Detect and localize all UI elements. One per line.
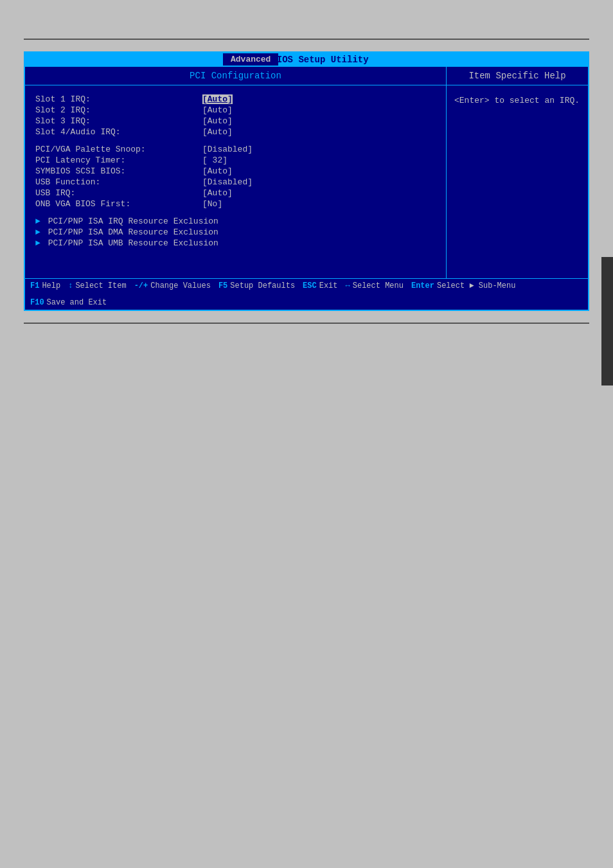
- setting-label: ONB VGA BIOS First:: [35, 199, 202, 209]
- footer-desc-select-menu: Select Menu: [353, 281, 404, 290]
- submenu-arrow-icon: ►: [35, 238, 40, 248]
- footer-desc-change-values: Change Values: [150, 281, 211, 290]
- group-spacer: [35, 138, 436, 145]
- help-panel: <Enter> to select an IRQ.: [447, 85, 588, 278]
- footer-key-f1[interactable]: F1: [30, 281, 39, 290]
- footer-key-f5[interactable]: F5: [218, 281, 227, 290]
- footer-key-esc[interactable]: ESC: [303, 281, 317, 290]
- help-title: Item Specific Help: [447, 67, 588, 85]
- group-spacer: [35, 210, 436, 217]
- footer-change-values: -/+ Change Values: [134, 281, 211, 290]
- setting-value[interactable]: [Auto]: [202, 116, 233, 126]
- setting-label: Slot 1 IRQ:: [35, 94, 202, 104]
- submenu-label: PCI/PNP ISA DMA Resource Exclusion: [48, 227, 218, 237]
- footer-desc-enter: Select ► Sub-Menu: [437, 281, 515, 290]
- footer-desc-f1: Help: [42, 281, 60, 290]
- footer-key-plusminus: -/+: [134, 281, 148, 290]
- setting-row: Slot 4/Audio IRQ: [Auto]: [35, 127, 436, 137]
- setting-label: SYMBIOS SCSI BIOS:: [35, 166, 202, 176]
- footer-desc-f5: Setup Defaults: [230, 281, 295, 290]
- footer-select-item: ↕ Select Item: [68, 281, 126, 290]
- setting-label: USB Function:: [35, 177, 202, 187]
- footer-key-enter: Enter: [411, 281, 434, 290]
- content-area: Slot 1 IRQ: [Auto] Slot 2 IRQ: [Auto] Sl…: [25, 85, 588, 278]
- footer-f10: F10 Save and Exit: [30, 298, 107, 307]
- right-sidebar: [601, 257, 613, 385]
- footer-key-arrows: ↕: [68, 281, 73, 290]
- help-text: <Enter> to select an IRQ.: [454, 96, 580, 105]
- setting-value[interactable]: [No]: [202, 199, 222, 209]
- setting-label: PCI Latency Timer:: [35, 155, 202, 165]
- setting-row: USB IRQ: [Auto]: [35, 188, 436, 198]
- setting-row: Slot 3 IRQ: [Auto]: [35, 116, 436, 126]
- setting-label: Slot 4/Audio IRQ:: [35, 127, 202, 137]
- setting-value[interactable]: [Auto]: [202, 105, 233, 115]
- setting-value[interactable]: [Auto]: [202, 188, 233, 198]
- submenu-label: PCI/PNP ISA UMB Resource Exclusion: [48, 238, 218, 248]
- title-bar: AwardBIOS Setup Utility Advanced: [25, 53, 588, 67]
- footer-desc-select-item: Select Item: [75, 281, 126, 290]
- footer-enter: Enter Select ► Sub-Menu: [411, 281, 515, 290]
- submenu-item[interactable]: ► PCI/PNP ISA UMB Resource Exclusion: [35, 238, 436, 248]
- setting-value[interactable]: [Auto]: [202, 127, 233, 137]
- setting-value[interactable]: [ 32]: [202, 155, 227, 165]
- footer-desc-esc: Exit: [319, 281, 338, 290]
- setting-label: Slot 3 IRQ:: [35, 116, 202, 126]
- page-wrapper: AwardBIOS Setup Utility Advanced PCI Con…: [24, 39, 589, 324]
- setting-row: ONB VGA BIOS First: [No]: [35, 199, 436, 209]
- setting-row: Slot 2 IRQ: [Auto]: [35, 105, 436, 115]
- setting-label: USB IRQ:: [35, 188, 202, 198]
- footer-f5: F5 Setup Defaults: [218, 281, 295, 290]
- footer-key-lr-arrows: ↔: [346, 281, 350, 290]
- setting-value[interactable]: [Auto]: [202, 166, 233, 176]
- setting-label: Slot 2 IRQ:: [35, 105, 202, 115]
- footer-f1: F1 Help: [30, 281, 60, 290]
- header-row: PCI Configuration Item Specific Help: [25, 67, 588, 85]
- setting-label: PCI/VGA Palette Snoop:: [35, 145, 202, 154]
- submenu-item[interactable]: ► PCI/PNP ISA IRQ Resource Exclusion: [35, 217, 436, 226]
- submenu-arrow-icon: ►: [35, 217, 40, 226]
- main-panel: Slot 1 IRQ: [Auto] Slot 2 IRQ: [Auto] Sl…: [25, 85, 447, 278]
- footer-select-menu: ↔ Select Menu: [346, 281, 404, 290]
- setting-value[interactable]: [Disabled]: [202, 145, 253, 154]
- submenu-arrow-icon: ►: [35, 227, 40, 237]
- bios-box: AwardBIOS Setup Utility Advanced PCI Con…: [24, 51, 589, 311]
- top-rule: [24, 39, 589, 40]
- footer-bar: F1 Help ↕ Select Item -/+ Change Values …: [25, 278, 588, 310]
- setting-row: Slot 1 IRQ: [Auto]: [35, 94, 436, 104]
- bottom-rule: [24, 323, 589, 324]
- setting-value[interactable]: [Auto]: [202, 94, 233, 104]
- footer-desc-f10: Save and Exit: [47, 298, 107, 307]
- tab-advanced[interactable]: Advanced: [223, 53, 278, 66]
- footer-key-f10[interactable]: F10: [30, 298, 44, 307]
- footer-esc: ESC Exit: [303, 281, 337, 290]
- setting-row: SYMBIOS SCSI BIOS: [Auto]: [35, 166, 436, 176]
- setting-row: PCI/VGA Palette Snoop: [Disabled]: [35, 145, 436, 154]
- setting-row: PCI Latency Timer: [ 32]: [35, 155, 436, 165]
- submenu-item[interactable]: ► PCI/PNP ISA DMA Resource Exclusion: [35, 227, 436, 237]
- section-title: PCI Configuration: [25, 67, 447, 85]
- setting-value[interactable]: [Disabled]: [202, 177, 253, 187]
- setting-row: USB Function: [Disabled]: [35, 177, 436, 187]
- submenu-label: PCI/PNP ISA IRQ Resource Exclusion: [48, 217, 218, 226]
